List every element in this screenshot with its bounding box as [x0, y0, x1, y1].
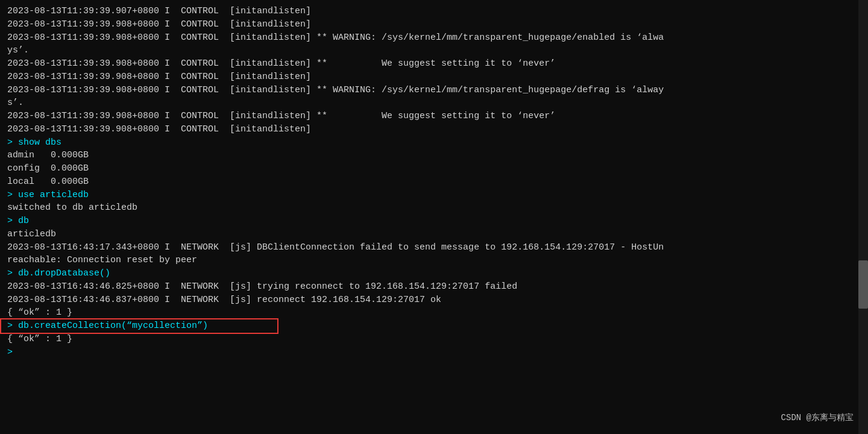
- terminal-line: 2023-08-13T16:43:46.837+0800 I NETWORK […: [7, 294, 861, 307]
- terminal-line: 2023-08-13T11:39:39.908+0800 I CONTROL […: [7, 84, 861, 97]
- terminal-line: > use articledb: [7, 189, 861, 202]
- terminal-line: ys’.: [7, 44, 861, 57]
- scrollbar[interactable]: [858, 0, 868, 434]
- terminal-line: > db.createCollection(“mycollection”): [7, 319, 861, 333]
- terminal-line: admin 0.000GB: [7, 149, 861, 162]
- terminal-line: 2023-08-13T11:39:39.908+0800 I CONTROL […: [7, 123, 861, 136]
- terminal-line: s’.: [7, 96, 861, 110]
- terminal-line: { “ok” : 1 }: [7, 333, 861, 346]
- terminal-line: { “ok” : 1 }: [7, 306, 861, 319]
- terminal-line: 2023-08-13T11:39:39.908+0800 I CONTROL […: [7, 57, 861, 71]
- terminal-line: 2023-08-13T11:39:39.908+0800 I CONTROL […: [7, 110, 861, 123]
- terminal-line: switched to db articledb: [7, 201, 861, 215]
- terminal-line: 2023-08-13T11:39:39.908+0800 I CONTROL […: [7, 71, 861, 84]
- terminal-line: 2023-08-13T11:39:39.908+0800 I CONTROL […: [7, 18, 861, 31]
- terminal-line: reachable: Connection reset by peer: [7, 254, 861, 267]
- terminal-line: articledb: [7, 228, 861, 241]
- scrollbar-thumb[interactable]: [858, 260, 868, 309]
- terminal-line: 2023-08-13T16:43:46.825+0800 I NETWORK […: [7, 280, 861, 294]
- watermark: CSDN @东离与精宝: [781, 412, 854, 423]
- terminal-line: > db.dropDatabase(): [7, 267, 861, 280]
- terminal-line: config 0.000GB: [7, 162, 861, 175]
- terminal-line: 2023-08-13T11:39:39.907+0800 I CONTROL […: [7, 5, 861, 18]
- terminal-line: >: [7, 346, 861, 359]
- terminal: 2023-08-13T11:39:39.907+0800 I CONTROL […: [0, 0, 868, 434]
- terminal-line: 2023-08-13T16:43:17.343+0800 I NETWORK […: [7, 241, 861, 254]
- terminal-line: > show dbs: [7, 136, 861, 149]
- terminal-line: > db: [7, 215, 861, 228]
- terminal-line: 2023-08-13T11:39:39.908+0800 I CONTROL […: [7, 31, 861, 45]
- terminal-line: local 0.000GB: [7, 175, 861, 189]
